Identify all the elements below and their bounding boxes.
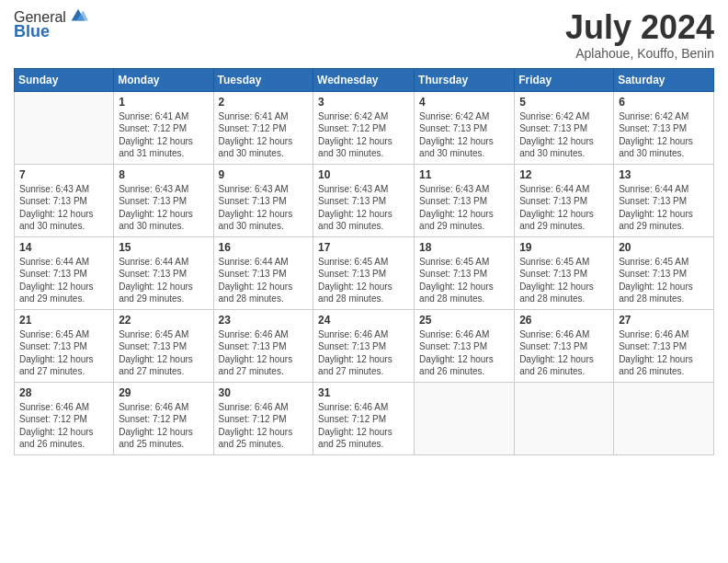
- calendar-day-cell: 21Sunrise: 6:45 AM Sunset: 7:13 PM Dayli…: [15, 309, 114, 382]
- day-info: Sunrise: 6:44 AM Sunset: 7:13 PM Dayligh…: [519, 183, 609, 233]
- day-number: 28: [19, 386, 108, 399]
- month-title: July 2024: [565, 9, 714, 46]
- day-number: 26: [519, 314, 609, 327]
- day-number: 21: [19, 314, 108, 327]
- day-info: Sunrise: 6:46 AM Sunset: 7:12 PM Dayligh…: [19, 401, 108, 451]
- calendar-day-cell: 1Sunrise: 6:41 AM Sunset: 7:12 PM Daylig…: [114, 91, 213, 164]
- day-number: 8: [119, 168, 208, 181]
- calendar-day-header: Thursday: [415, 68, 515, 91]
- calendar-day-cell: [15, 91, 114, 164]
- day-number: 13: [619, 168, 709, 181]
- day-info: Sunrise: 6:43 AM Sunset: 7:13 PM Dayligh…: [19, 183, 108, 233]
- calendar-day-cell: 10Sunrise: 6:43 AM Sunset: 7:13 PM Dayli…: [313, 164, 415, 236]
- calendar-day-cell: 26Sunrise: 6:46 AM Sunset: 7:13 PM Dayli…: [515, 309, 614, 382]
- calendar-day-cell: 18Sunrise: 6:45 AM Sunset: 7:13 PM Dayli…: [415, 236, 515, 309]
- calendar-day-header: Friday: [515, 68, 614, 91]
- calendar-day-cell: 2Sunrise: 6:41 AM Sunset: 7:12 PM Daylig…: [213, 91, 313, 164]
- calendar-day-cell: 31Sunrise: 6:46 AM Sunset: 7:12 PM Dayli…: [313, 382, 415, 454]
- calendar-day-cell: 8Sunrise: 6:43 AM Sunset: 7:13 PM Daylig…: [114, 164, 213, 236]
- calendar-week-row: 14Sunrise: 6:44 AM Sunset: 7:13 PM Dayli…: [15, 236, 714, 309]
- day-info: Sunrise: 6:43 AM Sunset: 7:13 PM Dayligh…: [318, 183, 409, 233]
- calendar-day-cell: 3Sunrise: 6:42 AM Sunset: 7:12 PM Daylig…: [313, 91, 415, 164]
- day-number: 22: [119, 314, 208, 327]
- calendar-table: SundayMondayTuesdayWednesdayThursdayFrid…: [14, 68, 714, 455]
- day-info: Sunrise: 6:44 AM Sunset: 7:13 PM Dayligh…: [619, 183, 709, 233]
- calendar-day-header: Monday: [114, 68, 213, 91]
- day-number: 20: [619, 241, 709, 254]
- calendar-day-header: Tuesday: [213, 68, 313, 91]
- calendar-day-header: Sunday: [15, 68, 114, 91]
- calendar-day-cell: [515, 382, 614, 454]
- calendar-day-cell: 19Sunrise: 6:45 AM Sunset: 7:13 PM Dayli…: [515, 236, 614, 309]
- day-info: Sunrise: 6:46 AM Sunset: 7:12 PM Dayligh…: [318, 401, 409, 451]
- calendar-week-row: 21Sunrise: 6:45 AM Sunset: 7:13 PM Dayli…: [15, 309, 714, 382]
- calendar-day-cell: [415, 382, 515, 454]
- day-info: Sunrise: 6:43 AM Sunset: 7:13 PM Dayligh…: [419, 183, 509, 233]
- logo: General Blue: [14, 9, 88, 41]
- day-number: 6: [619, 96, 709, 109]
- day-number: 31: [318, 386, 409, 399]
- page: General Blue July 2024 Aplahoue, Kouffo,…: [0, 0, 728, 563]
- day-info: Sunrise: 6:46 AM Sunset: 7:13 PM Dayligh…: [519, 328, 609, 378]
- day-info: Sunrise: 6:42 AM Sunset: 7:13 PM Dayligh…: [519, 110, 609, 160]
- calendar-day-header: Wednesday: [313, 68, 415, 91]
- day-number: 1: [119, 96, 208, 109]
- calendar-day-cell: 27Sunrise: 6:46 AM Sunset: 7:13 PM Dayli…: [614, 309, 714, 382]
- calendar-day-cell: 22Sunrise: 6:45 AM Sunset: 7:13 PM Dayli…: [114, 309, 213, 382]
- calendar-day-cell: 12Sunrise: 6:44 AM Sunset: 7:13 PM Dayli…: [515, 164, 614, 236]
- calendar-header-row: SundayMondayTuesdayWednesdayThursdayFrid…: [15, 68, 714, 91]
- day-number: 10: [318, 168, 409, 181]
- calendar-day-cell: 28Sunrise: 6:46 AM Sunset: 7:12 PM Dayli…: [15, 382, 114, 454]
- calendar-day-cell: 25Sunrise: 6:46 AM Sunset: 7:13 PM Dayli…: [415, 309, 515, 382]
- calendar-week-row: 28Sunrise: 6:46 AM Sunset: 7:12 PM Dayli…: [15, 382, 714, 454]
- calendar-day-cell: 20Sunrise: 6:45 AM Sunset: 7:13 PM Dayli…: [614, 236, 714, 309]
- day-number: 4: [419, 96, 509, 109]
- calendar-day-cell: 5Sunrise: 6:42 AM Sunset: 7:13 PM Daylig…: [515, 91, 614, 164]
- day-number: 9: [219, 168, 309, 181]
- day-number: 14: [19, 241, 108, 254]
- calendar-day-cell: [614, 382, 714, 454]
- calendar-day-cell: 14Sunrise: 6:44 AM Sunset: 7:13 PM Dayli…: [15, 236, 114, 309]
- day-info: Sunrise: 6:46 AM Sunset: 7:13 PM Dayligh…: [419, 328, 509, 378]
- calendar-day-cell: 9Sunrise: 6:43 AM Sunset: 7:13 PM Daylig…: [213, 164, 313, 236]
- calendar-day-cell: 30Sunrise: 6:46 AM Sunset: 7:12 PM Dayli…: [213, 382, 313, 454]
- calendar-week-row: 7Sunrise: 6:43 AM Sunset: 7:13 PM Daylig…: [15, 164, 714, 236]
- day-info: Sunrise: 6:41 AM Sunset: 7:12 PM Dayligh…: [219, 110, 309, 160]
- logo-icon: [68, 6, 88, 26]
- day-info: Sunrise: 6:46 AM Sunset: 7:13 PM Dayligh…: [619, 328, 709, 378]
- calendar-day-cell: 4Sunrise: 6:42 AM Sunset: 7:13 PM Daylig…: [415, 91, 515, 164]
- day-info: Sunrise: 6:45 AM Sunset: 7:13 PM Dayligh…: [19, 328, 108, 378]
- day-number: 16: [219, 241, 309, 254]
- day-info: Sunrise: 6:46 AM Sunset: 7:12 PM Dayligh…: [119, 401, 208, 451]
- day-info: Sunrise: 6:45 AM Sunset: 7:13 PM Dayligh…: [419, 256, 509, 305]
- day-number: 15: [119, 241, 208, 254]
- calendar-day-cell: 17Sunrise: 6:45 AM Sunset: 7:13 PM Dayli…: [313, 236, 415, 309]
- day-number: 24: [318, 314, 409, 327]
- calendar-day-cell: 11Sunrise: 6:43 AM Sunset: 7:13 PM Dayli…: [415, 164, 515, 236]
- day-info: Sunrise: 6:42 AM Sunset: 7:13 PM Dayligh…: [619, 110, 709, 160]
- calendar-day-cell: 29Sunrise: 6:46 AM Sunset: 7:12 PM Dayli…: [114, 382, 213, 454]
- location: Aplahoue, Kouffo, Benin: [565, 46, 714, 61]
- day-info: Sunrise: 6:44 AM Sunset: 7:13 PM Dayligh…: [219, 256, 309, 305]
- day-number: 19: [519, 241, 609, 254]
- day-number: 27: [619, 314, 709, 327]
- calendar-day-cell: 13Sunrise: 6:44 AM Sunset: 7:13 PM Dayli…: [614, 164, 714, 236]
- day-info: Sunrise: 6:43 AM Sunset: 7:13 PM Dayligh…: [119, 183, 208, 233]
- calendar-day-header: Saturday: [614, 68, 714, 91]
- calendar-day-cell: 6Sunrise: 6:42 AM Sunset: 7:13 PM Daylig…: [614, 91, 714, 164]
- day-number: 25: [419, 314, 509, 327]
- day-number: 23: [219, 314, 309, 327]
- day-number: 3: [318, 96, 409, 109]
- title-block: July 2024 Aplahoue, Kouffo, Benin: [565, 9, 714, 61]
- day-number: 30: [219, 386, 309, 399]
- day-number: 11: [419, 168, 509, 181]
- day-info: Sunrise: 6:45 AM Sunset: 7:13 PM Dayligh…: [318, 256, 409, 305]
- day-number: 2: [219, 96, 309, 109]
- day-info: Sunrise: 6:42 AM Sunset: 7:13 PM Dayligh…: [419, 110, 509, 160]
- calendar-day-cell: 23Sunrise: 6:46 AM Sunset: 7:13 PM Dayli…: [213, 309, 313, 382]
- day-info: Sunrise: 6:46 AM Sunset: 7:13 PM Dayligh…: [219, 328, 309, 378]
- day-number: 7: [19, 168, 108, 181]
- calendar-day-cell: 15Sunrise: 6:44 AM Sunset: 7:13 PM Dayli…: [114, 236, 213, 309]
- calendar-day-cell: 16Sunrise: 6:44 AM Sunset: 7:13 PM Dayli…: [213, 236, 313, 309]
- day-info: Sunrise: 6:42 AM Sunset: 7:12 PM Dayligh…: [318, 110, 409, 160]
